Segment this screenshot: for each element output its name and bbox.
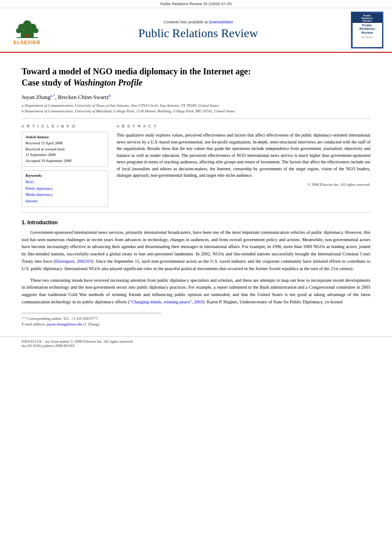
article-title: Toward a model of NGO media diplomacy in… [22, 66, 370, 88]
received-1: Received 15 April 2008 [25, 140, 104, 146]
contents-label: Contents lists available at [163, 20, 207, 24]
received-revised-date: 11 September 2008 [25, 152, 104, 158]
footnote-email-label: E-mail address: [22, 322, 46, 326]
footnote-email-line: E-mail address: juyan.zhang@utsa.edu (J.… [22, 322, 370, 328]
footnote-divider [22, 313, 161, 313]
divider-2 [22, 212, 370, 213]
keyword-ngo: NGO [25, 179, 104, 185]
journal-header: ELSEVIER Contents lists available at Sci… [0, 8, 392, 53]
keywords-box: Keywords: NGO Public diplomacy Media dip… [22, 170, 108, 207]
journal-citation: Public Relations Review 35 (2009) 47–55 [160, 2, 232, 6]
svg-point-5 [16, 28, 21, 33]
davenport-link[interactable]: Davenport, 2002/03 [55, 259, 92, 264]
footnote-section: * * Corresponding author. Tel.: +1 210 4… [22, 316, 370, 328]
footnote-email-suffix: (J. Zhang). [83, 322, 100, 326]
footnote-star-line: * * Corresponding author. Tel.: +1 210 4… [22, 316, 370, 322]
accepted: Accepted 19 September 2008 [25, 158, 104, 164]
received-revised-label: Received in revised form [25, 146, 104, 153]
journal-cover-image: PublicRelationsReview PublicRelationsRev… [351, 12, 383, 48]
affiliation-b: b Department of Communication, Universit… [22, 109, 370, 113]
sciencedirect-link[interactable]: ScienceDirect [209, 20, 233, 24]
footnote-star-symbol: * [22, 316, 25, 321]
author-swartz: , Brecken Chinn Swartz [55, 94, 109, 100]
page-footer: 0363-8111/$ – see front matter © 2008 El… [0, 336, 392, 350]
sciencedirect-line: Contents lists available at ScienceDirec… [54, 20, 342, 24]
elsevier-logo: ELSEVIER [9, 15, 45, 45]
section1-title-text: Introduction [27, 220, 57, 226]
footer-issn: 0363-8111/$ – see front matter © 2008 El… [22, 339, 370, 344]
footer-doi: doi:10.1016/j.pubrev.2008.09.018 [22, 344, 370, 348]
svg-point-6 [33, 28, 38, 33]
abstract-text: This qualitative study explores values, … [117, 132, 370, 179]
page-wrapper: Public Relations Review 35 (2009) 47–55 [0, 0, 392, 359]
article-info-label: A R T I C L E I N F O [22, 124, 108, 128]
header-center: Contents lists available at ScienceDirec… [45, 20, 351, 41]
author-zhang-super: a,* [51, 93, 55, 98]
article-info-column: A R T I C L E I N F O Article history: R… [22, 124, 108, 207]
author-zhang: Juyan Zhang [22, 94, 51, 100]
keyword-public-diplomacy: Public diplomacy [25, 185, 104, 191]
journal-title-main: Public Relations Review [54, 26, 342, 41]
keyword-media-diplomacy: Media diplomacy [25, 191, 104, 197]
info-abstract-section: A R T I C L E I N F O Article history: R… [22, 124, 370, 207]
title-italic: Washington Profile [73, 78, 142, 87]
abstract-column: A B S T R A C T This qualitative study e… [117, 124, 370, 207]
keyword-internet: Internet [25, 198, 104, 204]
section1-paragraph2: These two contrasting trends have receiv… [22, 277, 370, 306]
section1-paragraph1: Government-sponsored international news … [22, 229, 370, 273]
title-part1: Toward a model of NGO media diplomacy in… [22, 67, 251, 76]
history-label: Article history: [25, 135, 104, 139]
divider-1 [22, 118, 370, 119]
affiliation-a: a Department of Communication, Universit… [22, 103, 370, 108]
footnote-star-text: * Corresponding author. Tel.: +1 210 458… [25, 316, 99, 321]
section1-number: 1. [22, 220, 26, 226]
title-part2: Case study of [22, 78, 73, 87]
elsevier-brand-text: ELSEVIER [13, 40, 40, 45]
cover-top-bar: PublicRelationsReview [353, 13, 382, 23]
abstract-label: A B S T R A C T [117, 124, 370, 128]
top-bar: Public Relations Review 35 (2009) 47–55 [0, 0, 392, 8]
keywords-label: Keywords: [25, 173, 104, 178]
svg-rect-8 [16, 37, 38, 38]
footnote-email-link[interactable]: juyan.zhang@utsa.edu [47, 322, 82, 326]
main-content: Toward a model of NGO media diplomacy in… [0, 53, 392, 332]
history-content: Received 15 April 2008 Received in revis… [25, 140, 104, 164]
cover-pr-text: PublicRelationsReview [354, 24, 381, 35]
authors-line: Juyan Zhanga,*, Brecken Chinn Swartzb [22, 93, 370, 101]
author-swartz-super: b [109, 93, 111, 98]
section1-title: 1. Introduction [22, 220, 370, 226]
article-history-box: Article history: Received 15 April 2008 … [22, 132, 108, 167]
copyright-line: © 2008 Elsevier Inc. All rights reserved… [117, 182, 370, 187]
changing-minds-link[interactable]: "Changing minds, winning peace", 2003 [130, 299, 203, 304]
elsevier-tree-icon [12, 15, 42, 39]
